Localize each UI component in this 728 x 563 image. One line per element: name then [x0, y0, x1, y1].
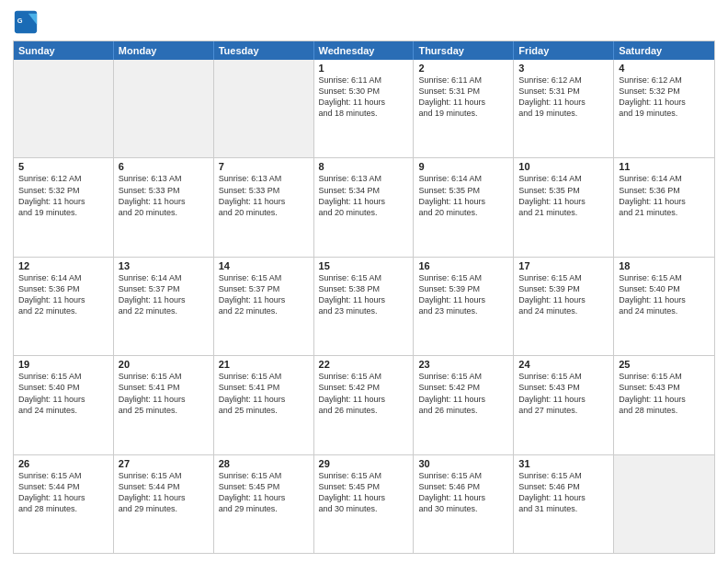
- table-row: 2Sunrise: 6:11 AM Sunset: 5:31 PM Daylig…: [414, 60, 514, 157]
- day-info: Sunrise: 6:15 AM Sunset: 5:44 PM Dayligh…: [119, 470, 209, 515]
- day-info: Sunrise: 6:15 AM Sunset: 5:43 PM Dayligh…: [518, 371, 609, 416]
- table-row: 30Sunrise: 6:15 AM Sunset: 5:46 PM Dayli…: [414, 455, 514, 553]
- day-number: 31: [518, 458, 609, 469]
- day-info: Sunrise: 6:15 AM Sunset: 5:44 PM Dayligh…: [18, 470, 108, 515]
- day-info: Sunrise: 6:13 AM Sunset: 5:33 PM Dayligh…: [119, 173, 209, 218]
- day-info: Sunrise: 6:15 AM Sunset: 5:42 PM Dayligh…: [418, 371, 508, 416]
- day-info: Sunrise: 6:13 AM Sunset: 5:33 PM Dayligh…: [219, 173, 309, 218]
- header-day-wednesday: Wednesday: [314, 41, 415, 60]
- table-row: [214, 60, 314, 157]
- day-info: Sunrise: 6:15 AM Sunset: 5:43 PM Dayligh…: [619, 371, 710, 416]
- day-number: 4: [619, 63, 710, 74]
- day-number: 22: [319, 359, 409, 370]
- day-number: 25: [619, 359, 710, 370]
- day-number: 29: [319, 458, 409, 469]
- logo: G: [13, 9, 42, 35]
- day-info: Sunrise: 6:14 AM Sunset: 5:36 PM Dayligh…: [619, 173, 710, 218]
- table-row: 29Sunrise: 6:15 AM Sunset: 5:45 PM Dayli…: [314, 455, 415, 553]
- table-row: 15Sunrise: 6:15 AM Sunset: 5:38 PM Dayli…: [314, 258, 415, 355]
- day-info: Sunrise: 6:15 AM Sunset: 5:40 PM Dayligh…: [18, 371, 108, 416]
- day-number: 11: [619, 161, 710, 172]
- page: G SundayMondayTuesdayWednesdayThursdayFr…: [0, 0, 728, 563]
- day-number: 1: [319, 63, 409, 74]
- table-row: 22Sunrise: 6:15 AM Sunset: 5:42 PM Dayli…: [314, 356, 415, 454]
- table-row: 12Sunrise: 6:14 AM Sunset: 5:36 PM Dayli…: [14, 258, 114, 355]
- table-row: [614, 455, 714, 553]
- table-row: 18Sunrise: 6:15 AM Sunset: 5:40 PM Dayli…: [614, 258, 714, 355]
- day-info: Sunrise: 6:15 AM Sunset: 5:45 PM Dayligh…: [219, 470, 309, 515]
- table-row: 3Sunrise: 6:12 AM Sunset: 5:31 PM Daylig…: [514, 60, 614, 157]
- day-info: Sunrise: 6:15 AM Sunset: 5:42 PM Dayligh…: [319, 371, 409, 416]
- day-number: 16: [418, 260, 508, 271]
- day-number: 18: [619, 260, 710, 271]
- table-row: 11Sunrise: 6:14 AM Sunset: 5:36 PM Dayli…: [614, 158, 714, 256]
- header-day-saturday: Saturday: [614, 41, 714, 60]
- table-row: 19Sunrise: 6:15 AM Sunset: 5:40 PM Dayli…: [14, 356, 114, 454]
- table-row: 7Sunrise: 6:13 AM Sunset: 5:33 PM Daylig…: [214, 158, 314, 256]
- day-number: 5: [18, 161, 108, 172]
- table-row: 9Sunrise: 6:14 AM Sunset: 5:35 PM Daylig…: [414, 158, 514, 256]
- table-row: 31Sunrise: 6:15 AM Sunset: 5:46 PM Dayli…: [514, 455, 614, 553]
- day-info: Sunrise: 6:14 AM Sunset: 5:36 PM Dayligh…: [18, 272, 108, 317]
- svg-text:G: G: [17, 17, 23, 25]
- calendar-row-3: 12Sunrise: 6:14 AM Sunset: 5:36 PM Dayli…: [14, 258, 714, 356]
- day-number: 2: [418, 63, 508, 74]
- day-number: 17: [518, 260, 609, 271]
- day-info: Sunrise: 6:15 AM Sunset: 5:37 PM Dayligh…: [219, 272, 309, 317]
- table-row: [14, 60, 114, 157]
- day-number: 30: [418, 458, 508, 469]
- table-row: 14Sunrise: 6:15 AM Sunset: 5:37 PM Dayli…: [214, 258, 314, 355]
- day-number: 6: [119, 161, 209, 172]
- day-info: Sunrise: 6:12 AM Sunset: 5:32 PM Dayligh…: [619, 75, 710, 120]
- day-number: 12: [18, 260, 108, 271]
- calendar-row-5: 26Sunrise: 6:15 AM Sunset: 5:44 PM Dayli…: [14, 455, 714, 553]
- day-info: Sunrise: 6:13 AM Sunset: 5:34 PM Dayligh…: [319, 173, 409, 218]
- header-day-sunday: Sunday: [14, 41, 114, 60]
- day-number: 24: [518, 359, 609, 370]
- logo-icon: G: [13, 9, 39, 35]
- header-day-thursday: Thursday: [414, 41, 514, 60]
- day-number: 23: [418, 359, 508, 370]
- day-info: Sunrise: 6:15 AM Sunset: 5:41 PM Dayligh…: [219, 371, 309, 416]
- calendar: SundayMondayTuesdayWednesdayThursdayFrid…: [13, 40, 715, 554]
- day-info: Sunrise: 6:15 AM Sunset: 5:41 PM Dayligh…: [119, 371, 209, 416]
- day-info: Sunrise: 6:15 AM Sunset: 5:39 PM Dayligh…: [518, 272, 609, 317]
- table-row: 13Sunrise: 6:14 AM Sunset: 5:37 PM Dayli…: [114, 258, 214, 355]
- table-row: 17Sunrise: 6:15 AM Sunset: 5:39 PM Dayli…: [514, 258, 614, 355]
- table-row: [114, 60, 214, 157]
- day-info: Sunrise: 6:15 AM Sunset: 5:40 PM Dayligh…: [619, 272, 710, 317]
- day-number: 8: [319, 161, 409, 172]
- day-number: 26: [18, 458, 108, 469]
- calendar-row-4: 19Sunrise: 6:15 AM Sunset: 5:40 PM Dayli…: [14, 356, 714, 454]
- day-info: Sunrise: 6:15 AM Sunset: 5:46 PM Dayligh…: [518, 470, 609, 515]
- day-info: Sunrise: 6:15 AM Sunset: 5:46 PM Dayligh…: [418, 470, 508, 515]
- day-number: 21: [219, 359, 309, 370]
- day-number: 3: [518, 63, 609, 74]
- table-row: 1Sunrise: 6:11 AM Sunset: 5:30 PM Daylig…: [314, 60, 415, 157]
- header: G: [13, 9, 715, 35]
- day-info: Sunrise: 6:14 AM Sunset: 5:35 PM Dayligh…: [418, 173, 508, 218]
- table-row: 4Sunrise: 6:12 AM Sunset: 5:32 PM Daylig…: [614, 60, 714, 157]
- day-number: 10: [518, 161, 609, 172]
- day-info: Sunrise: 6:15 AM Sunset: 5:38 PM Dayligh…: [319, 272, 409, 317]
- table-row: 24Sunrise: 6:15 AM Sunset: 5:43 PM Dayli…: [514, 356, 614, 454]
- calendar-row-2: 5Sunrise: 6:12 AM Sunset: 5:32 PM Daylig…: [14, 158, 714, 257]
- table-row: 20Sunrise: 6:15 AM Sunset: 5:41 PM Dayli…: [114, 356, 214, 454]
- calendar-row-1: 1Sunrise: 6:11 AM Sunset: 5:30 PM Daylig…: [14, 60, 714, 158]
- day-number: 7: [219, 161, 309, 172]
- day-info: Sunrise: 6:15 AM Sunset: 5:45 PM Dayligh…: [319, 470, 409, 515]
- table-row: 6Sunrise: 6:13 AM Sunset: 5:33 PM Daylig…: [114, 158, 214, 256]
- table-row: 10Sunrise: 6:14 AM Sunset: 5:35 PM Dayli…: [514, 158, 614, 256]
- header-day-monday: Monday: [114, 41, 214, 60]
- day-info: Sunrise: 6:11 AM Sunset: 5:31 PM Dayligh…: [418, 75, 508, 120]
- table-row: 16Sunrise: 6:15 AM Sunset: 5:39 PM Dayli…: [414, 258, 514, 355]
- calendar-body: 1Sunrise: 6:11 AM Sunset: 5:30 PM Daylig…: [14, 60, 714, 553]
- table-row: 25Sunrise: 6:15 AM Sunset: 5:43 PM Dayli…: [614, 356, 714, 454]
- table-row: 27Sunrise: 6:15 AM Sunset: 5:44 PM Dayli…: [114, 455, 214, 553]
- table-row: 23Sunrise: 6:15 AM Sunset: 5:42 PM Dayli…: [414, 356, 514, 454]
- header-day-tuesday: Tuesday: [214, 41, 314, 60]
- table-row: 26Sunrise: 6:15 AM Sunset: 5:44 PM Dayli…: [14, 455, 114, 553]
- day-info: Sunrise: 6:11 AM Sunset: 5:30 PM Dayligh…: [319, 75, 409, 120]
- day-info: Sunrise: 6:14 AM Sunset: 5:35 PM Dayligh…: [518, 173, 609, 218]
- table-row: 8Sunrise: 6:13 AM Sunset: 5:34 PM Daylig…: [314, 158, 415, 256]
